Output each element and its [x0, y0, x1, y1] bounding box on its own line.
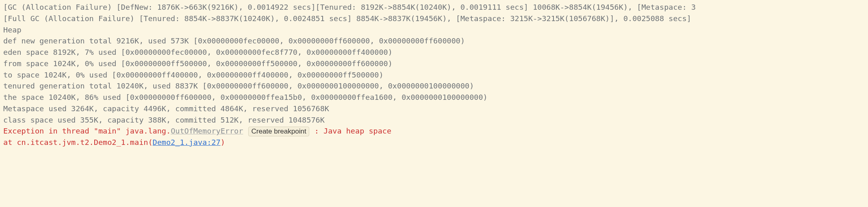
stack-frame-text: at cn.itcast.jvm.t2.Demo2_1.main( [3, 138, 153, 147]
source-link[interactable]: Demo2_1.java:27 [153, 138, 221, 147]
exception-class-link[interactable]: OutOfMemoryError [171, 127, 243, 135]
stack-frame-close: ) [221, 138, 225, 147]
exception-package: java.lang. [126, 127, 171, 135]
exception-message: : Java heap space [310, 127, 391, 135]
heap-line: to space 1024K, 0% used [0x00000000ff400… [3, 69, 865, 81]
stack-frame-line: at cn.itcast.jvm.t2.Demo2_1.main(Demo2_1… [3, 137, 865, 148]
gc-log-line: [Full GC (Allocation Failure) [Tenured: … [3, 13, 865, 24]
heap-line: from space 1024K, 0% used [0x00000000ff5… [3, 58, 865, 69]
heap-line: class space used 355K, capacity 388K, co… [3, 114, 865, 126]
heap-header: Heap [3, 24, 865, 36]
heap-line: def new generation total 9216K, used 573… [3, 35, 865, 47]
create-breakpoint-button[interactable]: Create breakpoint [248, 127, 309, 136]
exception-line: Exception in thread "main" java.lang.Out… [3, 125, 865, 137]
heap-line: tenured generation total 10240K, used 88… [3, 80, 865, 92]
heap-line: the space 10240K, 86% used [0x00000000ff… [3, 92, 865, 103]
heap-line: Metaspace used 3264K, capacity 4496K, co… [3, 103, 865, 114]
gc-log-line: [GC (Allocation Failure) [DefNew: 1876K-… [3, 2, 865, 13]
heap-line: eden space 8192K, 7% used [0x00000000fec… [3, 47, 865, 58]
exception-prefix: Exception in thread "main" [3, 127, 126, 135]
